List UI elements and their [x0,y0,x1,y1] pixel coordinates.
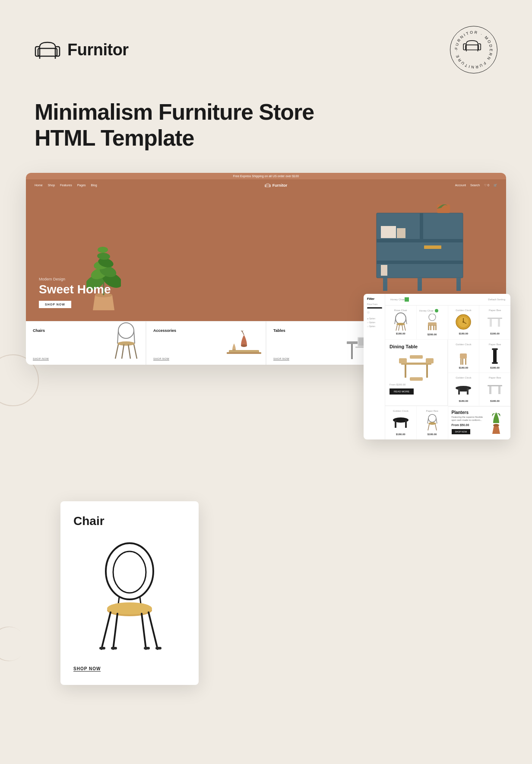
svg-point-117 [113,551,146,593]
svg-rect-19 [456,278,461,291]
category-tables-shop[interactable]: SHOP NOW [273,357,289,360]
page-title: Minimalism Furniture Store HTML Template [35,99,497,151]
svg-rect-97 [493,350,497,362]
svg-point-66 [396,323,405,325]
svg-point-50 [232,349,236,351]
featured-dining-table: Dining Table [385,340,448,406]
svg-rect-16 [377,261,463,264]
svg-rect-101 [467,388,469,395]
hero-label: Modern Design [39,277,111,281]
svg-line-37 [117,331,118,344]
nav-logo: Furnitor [265,183,288,188]
badge-green [405,297,409,302]
svg-point-39 [117,341,135,346]
svg-rect-104 [489,386,491,394]
svg-rect-129 [155,647,162,649]
svg-rect-45 [227,352,261,354]
svg-rect-21 [381,226,396,238]
sofa-icon [35,39,60,60]
svg-rect-89 [426,358,434,363]
svg-rect-0 [38,48,57,56]
svg-rect-22 [397,228,405,238]
filter-price: Price From [367,303,381,306]
planters-text: Planters Featuring the superior flexible… [452,410,483,436]
svg-point-115 [493,424,499,427]
decoration-arc [0,619,33,668]
hero-furniture [351,204,480,304]
svg-line-123 [149,612,158,649]
svg-rect-103 [488,385,502,386]
featured-title: Dining Table [390,344,443,350]
svg-rect-87 [426,365,428,378]
svg-rect-15 [377,239,463,242]
svg-line-124 [113,614,117,649]
planters-desc: Featuring the superior flexible spot cas… [452,416,483,422]
mockup-container: Free Express Shipping on all US order ov… [26,173,506,365]
title-section: Minimalism Furniture Store HTML Template [0,91,532,173]
svg-line-68 [404,325,405,331]
svg-rect-6 [466,45,478,50]
svg-line-38 [134,331,135,344]
filter-dot [367,311,370,314]
svg-line-40 [115,344,118,359]
svg-rect-18 [383,278,387,291]
svg-line-125 [142,614,146,649]
brand-badge: FURNITOR · MODERN FURNITURE · [450,26,497,73]
dining-table-img [390,352,443,382]
planters-shop-button[interactable]: SHOP NOW [452,429,471,434]
svg-rect-96 [492,348,498,350]
product-cell-10: Paper Bee $180.00 [417,406,448,439]
featured-read-more-button[interactable]: READ MORE [390,388,414,395]
chair-card-title: Chair [73,514,186,528]
filter-sidebar: Filter Price From ● Option ○ Option ○ Op… [364,294,385,439]
product-cell-4: Paper Bee $180.00 [479,306,510,339]
svg-line-110 [428,418,428,423]
svg-rect-76 [433,325,434,330]
svg-rect-25 [381,265,387,276]
accessories-thumbnail [225,331,263,363]
category-chairs-shop[interactable]: SHOP NOW [33,357,49,360]
page-header: Furnitor FURNITOR · MODERN FURNITURE · [0,0,532,91]
svg-point-36 [118,323,134,338]
svg-rect-84 [498,319,500,327]
product-cell-3: Golden Clock $180.00 [448,306,479,339]
svg-rect-82 [488,318,502,319]
svg-point-121 [107,602,152,614]
svg-line-111 [436,418,437,423]
svg-rect-91 [410,377,423,381]
svg-rect-126 [99,647,105,649]
svg-rect-11 [266,185,270,187]
svg-rect-127 [111,647,117,649]
planters-title: Planters [452,410,483,415]
product-cell-8: Paper Bee $180.00 [479,373,510,406]
product-cell-2: Honey Chair $280.00 [417,306,448,339]
svg-line-113 [428,424,429,430]
svg-line-49 [242,331,245,331]
svg-point-81 [462,321,464,323]
shop-layout: Filter Price From ● Option ○ Option ○ Op… [364,294,510,439]
svg-line-67 [396,325,397,331]
filter-options: ● Option ○ Option ○ Option [367,317,381,328]
svg-rect-93 [460,359,462,365]
hero-title: Sweet Home [39,283,111,296]
nav-links: Home Shop Features Pages Blog [35,184,97,187]
svg-rect-107 [395,420,396,428]
svg-rect-105 [498,386,500,394]
category-accessories-shop[interactable]: SHOP NOW [153,357,169,360]
hero-shop-button[interactable]: SHOP NOW [39,301,71,308]
svg-line-65 [406,318,407,324]
shop-grid-overlay: Filter Price From ● Option ○ Option ○ Op… [364,294,510,439]
svg-line-114 [435,424,437,430]
svg-rect-108 [405,420,407,428]
svg-rect-90 [410,355,423,359]
planters-cell: Planters Featuring the superior flexible… [448,406,511,439]
hero-content: Modern Design Sweet Home SHOP NOW [39,277,111,308]
svg-line-43 [128,344,130,359]
svg-point-35 [98,247,108,253]
filter-label: Filter [367,297,381,300]
logo-area: Furnitor [35,39,129,60]
svg-rect-100 [458,388,460,395]
chair-card-shop-button[interactable]: SHOP NOW [73,666,101,672]
svg-rect-20 [418,278,422,291]
svg-line-42 [122,344,124,359]
